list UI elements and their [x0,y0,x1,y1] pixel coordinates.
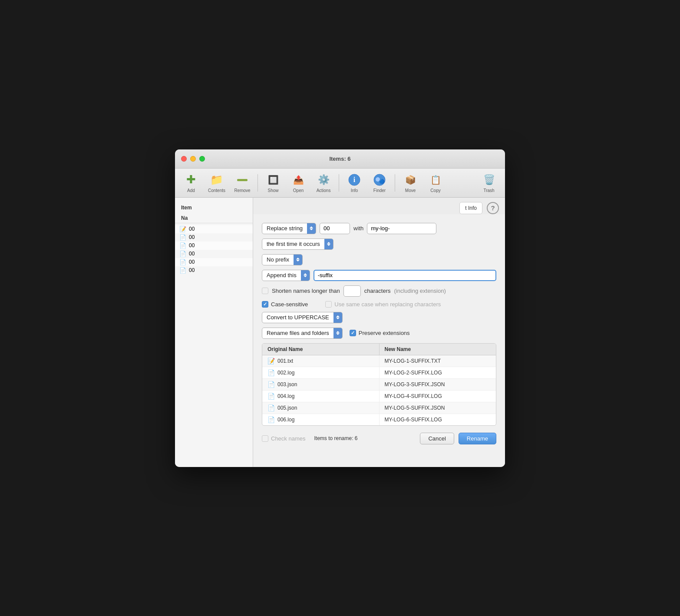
move-icon: 📦 [403,173,417,187]
arrow-down-icon [327,244,330,246]
arrow-up-icon [336,331,340,333]
rename-button[interactable]: Rename [459,433,496,444]
maximize-button[interactable] [199,156,205,162]
check-names-checkbox[interactable] [262,435,268,442]
toolbar-show[interactable]: 🔲 Show [261,171,285,195]
preserve-ext-checkbox[interactable] [350,330,356,336]
minimize-button[interactable] [190,156,196,162]
toolbar-open[interactable]: 📤 Open [287,171,310,195]
shorten-checkbox[interactable] [262,288,268,294]
replace-string-select[interactable]: Replace string [262,223,316,234]
characters-label: characters [364,288,391,294]
file-icon: 📄 [179,234,186,241]
file-icon: 📄 [179,242,186,249]
toolbar-actions[interactable]: ⚙️ Actions [312,171,335,195]
toolbar-trash[interactable]: 🗑️ Trash [477,171,501,195]
add-label: Add [187,188,195,193]
search-input[interactable] [320,223,350,234]
check-names-group: Check names [262,435,305,442]
prefix-arrows[interactable] [294,254,302,265]
table-row: 📄 004.log MY-LOG-4-SUFFIX.LOG [262,391,496,402]
open-icon: 📤 [291,173,305,187]
new-name-cell: MY-LOG-1-SUFFIX.TXT [380,355,496,367]
occurrence-select[interactable]: the first time it occurs [262,238,333,250]
append-arrows[interactable] [301,270,310,281]
replace-input[interactable] [367,223,436,234]
col-original: Original Name [262,344,380,355]
original-cell: 📄 005.json [262,402,380,414]
toolbar-info[interactable]: i Info [343,171,366,195]
toolbar-finder[interactable]: 🔵 Finder [368,171,391,195]
rename-scope-select[interactable]: Rename files and folders [262,328,343,339]
arrow-up-icon [336,315,340,317]
case-sensitive-label: Case-sensitive [271,301,308,308]
preview-table: Original Name New Name 📝 001.txt MY-LOG-… [262,343,496,426]
shorten-input[interactable] [343,285,361,297]
actions-label: Actions [317,188,331,193]
table-row: 📄 005.json MY-LOG-5-SUFFIX.JSON [262,402,496,414]
prefix-label: No prefix [262,256,294,263]
same-case-group: Use same case when replacing characters [325,301,441,308]
with-label: with [353,225,363,232]
same-case-checkbox[interactable] [325,301,332,308]
contents-label: Contents [208,188,225,193]
case-sensitive-checkbox[interactable] [262,301,268,308]
replace-string-label: Replace string [262,225,307,232]
toolbar-copy[interactable]: 📋 Copy [424,171,447,195]
file-icon: 📄 [179,251,186,257]
convert-arrows[interactable] [333,312,342,323]
arrow-up-icon [310,226,313,228]
help-button[interactable]: ? [487,202,499,214]
toolbar-move[interactable]: 📦 Move [399,171,422,195]
list-item[interactable]: 📄00 [175,242,253,250]
table-row: 📝 001.txt MY-LOG-1-SUFFIX.TXT [262,355,496,367]
case-row: Case-sensitive Use same case when replac… [262,301,496,308]
file-icon: 📄 [267,416,275,423]
svg-text:i: i [353,176,356,183]
new-name-cell: MY-LOG-2-SUFFIX.LOG [380,367,496,378]
toolbar-remove[interactable]: Remove [231,171,254,195]
convert-select[interactable]: Convert to UPPERCASE [262,312,343,323]
append-label: Append this [262,272,301,278]
convert-row: Convert to UPPERCASE [262,312,496,323]
contents-icon: 📁 [210,173,224,187]
window-title: Items: 6 [329,156,350,162]
info-icon: i [347,173,361,187]
close-button[interactable] [181,156,187,162]
append-input[interactable] [314,270,496,281]
replace-string-arrows[interactable] [307,223,316,234]
rename-dialog: Replace string with the first time it oc… [253,214,505,467]
remove-label: Remove [234,188,250,193]
list-item[interactable]: 📄00 [175,266,253,275]
original-cell: 📄 003.json [262,379,380,390]
toolbar-contents[interactable]: 📁 Contents [205,171,229,195]
preview-header: Original Name New Name [262,344,496,355]
new-name-cell: MY-LOG-5-SUFFIX.JSON [380,402,496,414]
list-item[interactable]: 📄00 [175,250,253,258]
original-cell: 📄 002.log [262,367,380,378]
new-name: MY-LOG-1-SUFFIX.TXT [385,358,441,364]
show-icon: 🔲 [266,173,280,187]
new-name: MY-LOG-5-SUFFIX.JSON [385,405,445,411]
prefix-select[interactable]: No prefix [262,254,303,265]
button-group: Cancel Rename [420,433,496,444]
open-label: Open [293,188,304,193]
new-name: MY-LOG-4-SUFFIX.LOG [385,393,442,399]
rename-scope-arrows[interactable] [333,328,342,339]
append-select[interactable]: Append this [262,270,310,281]
new-name-cell: MY-LOG-6-SUFFIX.LOG [380,414,496,425]
occurrence-label: the first time it occurs [262,241,324,247]
file-icon: 📄 [267,393,275,400]
ext-label: (including extension) [394,288,446,294]
cancel-button[interactable]: Cancel [420,433,454,444]
occurrence-arrows[interactable] [324,238,333,250]
info-button-area: t Info ? [253,198,505,214]
list-item[interactable]: 📄00 [175,233,253,242]
file-icon: 📄 [267,381,275,388]
toolbar-add[interactable]: ✚ Add [179,171,203,195]
move-label: Move [405,188,416,193]
list-item[interactable]: 📝00 [175,225,253,233]
bottom-left: Check names Items to rename: 6 [262,435,358,442]
get-info-button[interactable]: t Info [459,202,482,214]
list-item[interactable]: 📄00 [175,258,253,266]
